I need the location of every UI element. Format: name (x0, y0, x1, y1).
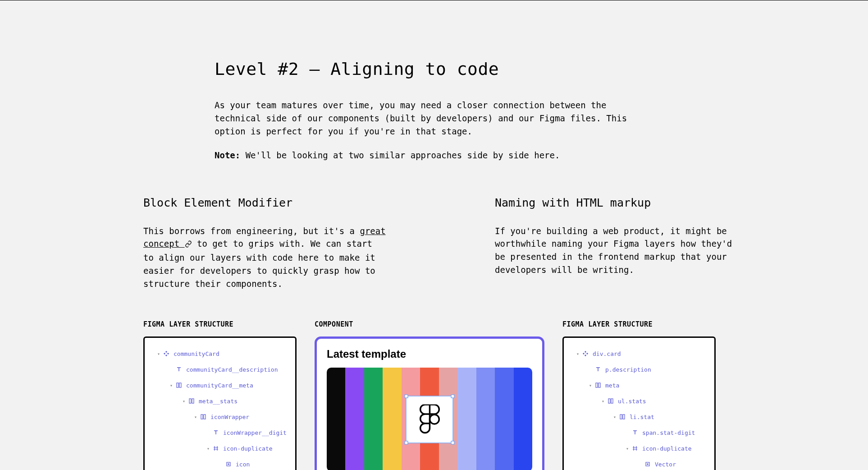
layer-label: icon (236, 461, 250, 468)
color-stripe (495, 368, 513, 470)
component-card: Latest template File starter template (315, 336, 544, 470)
layer-row[interactable]: ▾communityCard (148, 346, 292, 362)
chevron-down-icon: ▾ (576, 351, 580, 356)
color-stripe (476, 368, 495, 470)
component-icon (163, 350, 170, 357)
svg-rect-15 (611, 399, 613, 403)
layer-label: communityCard__meta (186, 382, 253, 389)
hash-icon (212, 445, 219, 452)
color-stripe (327, 368, 345, 470)
chevron-down-icon: ▾ (182, 399, 186, 404)
figma-logo-selection (406, 396, 453, 443)
layer-label: icon-duplicate (223, 445, 273, 452)
color-stripes (327, 368, 532, 470)
layer-label: li.stat (630, 414, 654, 420)
frame-icon (619, 413, 626, 420)
chevron-down-icon: ▾ (193, 415, 198, 419)
section-paragraph-html: If you're building a web product, it mig… (495, 225, 738, 277)
section-heading-html: Naming with HTML markup (495, 196, 738, 209)
page-title: Level #2 — Aligning to code (215, 59, 643, 79)
layer-label: iconWrapper (210, 414, 249, 420)
frame-icon (200, 413, 207, 420)
svg-rect-2 (189, 399, 191, 403)
svg-rect-1 (179, 383, 181, 387)
svg-rect-5 (204, 415, 206, 419)
svg-rect-14 (608, 399, 610, 403)
panel-label-right: FIGMA LAYER STRUCTURE (562, 320, 716, 328)
hash-icon (631, 445, 639, 452)
panel-label-component: COMPONENT (315, 320, 544, 328)
layer-row[interactable]: ▾div.card (567, 346, 711, 362)
layer-row[interactable]: communityCard__description (148, 362, 292, 378)
section-paragraph-bem: This borrows from engineering, but it's … (143, 225, 387, 290)
svg-rect-0 (177, 383, 178, 387)
layer-row[interactable]: ▾communityCard__meta (148, 378, 292, 393)
chevron-down-icon: ▾ (625, 446, 630, 451)
layer-row[interactable]: p.description (567, 362, 711, 378)
frame-icon (188, 397, 195, 405)
svg-rect-4 (201, 415, 203, 419)
color-stripe (345, 368, 364, 470)
layer-row[interactable]: icon (148, 456, 292, 470)
chevron-down-icon: ▾ (588, 383, 593, 388)
component-title: Latest template (327, 348, 532, 360)
color-stripe (383, 368, 401, 470)
layer-panel-right: ▾div.cardp.description▾meta▾ul.stats▾li.… (562, 336, 716, 470)
layer-label: communityCard (174, 350, 219, 357)
color-stripe (364, 368, 383, 470)
layer-row[interactable]: Vector (567, 456, 711, 470)
color-stripe (514, 368, 532, 470)
chevron-down-icon: ▾ (612, 415, 617, 419)
layer-row[interactable]: ▾ul.stats (567, 393, 711, 409)
layer-row[interactable]: ▾meta__stats (148, 393, 292, 409)
layer-label: Vector (655, 461, 676, 468)
link-icon (185, 238, 192, 251)
svg-rect-13 (598, 383, 600, 387)
layer-row[interactable]: ▾icon-duplicate (148, 441, 292, 456)
chevron-down-icon: ▾ (601, 399, 605, 404)
chevron-down-icon: ▾ (156, 351, 161, 356)
frame-icon (594, 382, 602, 389)
layer-row[interactable]: ▾iconWrapper (148, 409, 292, 425)
layer-row[interactable]: ▾meta (567, 378, 711, 393)
svg-rect-17 (623, 415, 625, 419)
chevron-down-icon: ▾ (169, 383, 174, 388)
frame-icon (607, 397, 614, 405)
layer-row[interactable]: ▾li.stat (567, 409, 711, 425)
text-icon (594, 366, 602, 373)
layer-label: icon-duplicate (642, 445, 692, 452)
layer-label: p.description (605, 366, 651, 373)
panel-label-left: FIGMA LAYER STRUCTURE (143, 320, 297, 328)
layer-label: ul.stats (618, 398, 646, 405)
intro-note: Note: We'll be looking at two similar ap… (215, 149, 643, 162)
intro-paragraph: As your team matures over time, you may … (215, 99, 643, 138)
layer-label: iconWrapper__digit (223, 429, 287, 436)
layer-row[interactable]: ▾icon-duplicate (567, 441, 711, 456)
svg-point-10 (429, 415, 439, 424)
text-icon (631, 429, 639, 436)
layer-label: meta (605, 382, 619, 389)
layer-panel-left: ▾communityCardcommunityCard__description… (143, 336, 297, 470)
layer-label: div.card (593, 350, 621, 357)
color-stripe (457, 368, 476, 470)
svg-rect-12 (596, 383, 598, 387)
layer-label: meta__stats (199, 398, 238, 405)
chevron-down-icon: ▾ (206, 446, 210, 451)
svg-rect-3 (192, 399, 194, 403)
svg-rect-16 (620, 415, 622, 419)
section-heading-bem: Block Element Modifier (143, 196, 387, 209)
layer-label: span.stat-digit (642, 429, 695, 436)
figma-logo-icon (419, 405, 440, 434)
text-icon (175, 366, 183, 373)
frame-icon (175, 382, 183, 389)
vector-icon (644, 461, 651, 468)
vector-icon (225, 461, 232, 468)
svg-rect-7 (228, 464, 229, 465)
component-icon (582, 350, 589, 357)
text-icon (212, 429, 219, 436)
layer-row[interactable]: span.stat-digit (567, 425, 711, 441)
svg-rect-19 (647, 464, 649, 465)
layer-label: communityCard__description (186, 366, 278, 373)
layer-row[interactable]: iconWrapper__digit (148, 425, 292, 441)
